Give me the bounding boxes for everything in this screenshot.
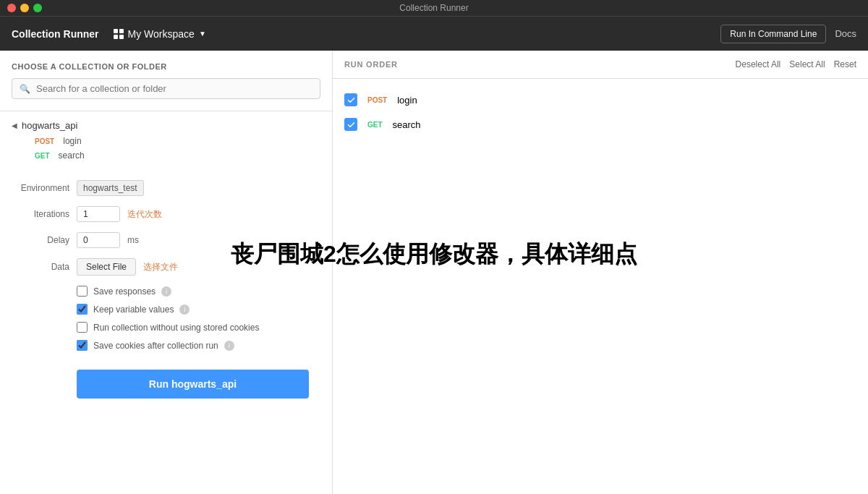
search-box[interactable]: 🔍 bbox=[12, 78, 320, 99]
header: Collection Runner My Workspace ▼ Run In … bbox=[0, 16, 868, 51]
workspace-name: My Workspace bbox=[128, 28, 195, 40]
collection-section-title: Choose a collection or folder bbox=[12, 62, 320, 71]
data-label: Data bbox=[12, 262, 69, 272]
data-row: Data Select File 选择文件 bbox=[12, 258, 320, 276]
folder-arrow-icon: ◀ bbox=[12, 122, 17, 129]
reset-button[interactable]: Reset bbox=[834, 59, 856, 69]
collection-name: hogwarts_api bbox=[22, 120, 77, 131]
run-item-checkbox-post[interactable] bbox=[344, 93, 357, 106]
maximize-button[interactable] bbox=[33, 4, 42, 12]
save-cookies-info-icon[interactable]: i bbox=[224, 341, 234, 351]
run-item-checkbox-get[interactable] bbox=[344, 118, 357, 131]
run-item-name-search: search bbox=[393, 119, 421, 130]
select-file-button[interactable]: Select File bbox=[77, 258, 136, 276]
list-item[interactable]: GET search bbox=[12, 148, 320, 163]
iterations-input[interactable] bbox=[77, 206, 120, 222]
save-cookies-label: Save cookies after collection run bbox=[93, 341, 218, 351]
iterations-hint: 迭代次数 bbox=[127, 208, 162, 221]
environment-value: hogwarts_test bbox=[77, 180, 144, 196]
window-controls[interactable] bbox=[7, 4, 42, 12]
title-bar: Collection Runner bbox=[0, 0, 868, 16]
keep-variable-checkbox[interactable] bbox=[77, 304, 88, 315]
run-order-list: POST login GET search bbox=[333, 79, 868, 145]
save-responses-label: Save responses bbox=[93, 286, 156, 297]
table-row: GET search bbox=[344, 112, 856, 137]
workspace-grid-icon bbox=[114, 29, 124, 39]
run-command-line-button[interactable]: Run In Command Line bbox=[720, 25, 826, 43]
environment-row: Environment hogwarts_test bbox=[12, 180, 320, 196]
iterations-row: Iterations 迭代次数 bbox=[12, 206, 320, 222]
list-item[interactable]: POST login bbox=[12, 134, 320, 148]
run-item-method-get: GET bbox=[365, 120, 386, 129]
iterations-label: Iterations bbox=[12, 209, 69, 219]
method-get-badge: GET bbox=[32, 151, 53, 161]
run-order-actions: Deselect All Select All Reset bbox=[736, 59, 856, 69]
run-without-cookies-checkbox[interactable] bbox=[77, 322, 88, 333]
workspace-selector[interactable]: My Workspace ▼ bbox=[108, 25, 212, 43]
deselect-all-button[interactable]: Deselect All bbox=[736, 59, 781, 69]
delay-unit: ms bbox=[127, 235, 139, 245]
app-title: Collection Runner bbox=[12, 28, 99, 40]
environment-label: Environment bbox=[12, 183, 69, 193]
delay-row: Delay ms bbox=[12, 232, 320, 248]
keep-variable-label: Keep variable values bbox=[93, 305, 174, 315]
item-name: login bbox=[63, 136, 81, 146]
keep-variable-info-icon[interactable]: i bbox=[179, 305, 190, 315]
minimize-button[interactable] bbox=[20, 4, 29, 12]
run-order-header: RUN ORDER Deselect All Select All Reset bbox=[333, 51, 868, 79]
run-order-title: RUN ORDER bbox=[344, 60, 398, 69]
header-left: Collection Runner My Workspace ▼ bbox=[12, 25, 212, 43]
save-responses-checkbox[interactable] bbox=[77, 286, 88, 297]
search-icon: 🔍 bbox=[20, 84, 30, 94]
close-button[interactable] bbox=[7, 4, 16, 12]
keep-variable-row: Keep variable values i bbox=[12, 304, 320, 315]
right-panel: RUN ORDER Deselect All Select All Reset … bbox=[333, 51, 868, 494]
select-all-button[interactable]: Select All bbox=[789, 59, 825, 69]
run-without-cookies-row: Run collection without using stored cook… bbox=[12, 322, 320, 333]
run-without-cookies-label: Run collection without using stored cook… bbox=[93, 323, 259, 333]
save-cookies-row: Save cookies after collection run i bbox=[12, 340, 320, 351]
save-responses-row: Save responses i bbox=[12, 286, 320, 297]
collection-section: Choose a collection or folder 🔍 bbox=[0, 51, 332, 111]
docs-link[interactable]: Docs bbox=[835, 28, 856, 39]
left-panel: Choose a collection or folder 🔍 ◀ hogwar… bbox=[0, 51, 333, 494]
run-item-name-login: login bbox=[397, 95, 417, 106]
delay-label: Delay bbox=[12, 235, 69, 245]
item-name: search bbox=[59, 150, 85, 161]
table-row: POST login bbox=[344, 88, 856, 112]
method-post-badge: POST bbox=[32, 137, 57, 146]
collection-tree: ◀ hogwarts_api POST login GET search bbox=[0, 111, 332, 169]
delay-input[interactable] bbox=[77, 232, 120, 248]
save-cookies-checkbox[interactable] bbox=[77, 340, 88, 351]
header-right: Run In Command Line Docs bbox=[720, 25, 856, 43]
save-responses-info-icon[interactable]: i bbox=[161, 286, 171, 297]
run-collection-button[interactable]: Run hogwarts_api bbox=[77, 370, 309, 399]
search-input[interactable] bbox=[36, 83, 312, 94]
config-section: Environment hogwarts_test Iterations 迭代次… bbox=[0, 169, 332, 494]
select-file-hint: 选择文件 bbox=[143, 261, 178, 273]
main-layout: Choose a collection or folder 🔍 ◀ hogwar… bbox=[0, 51, 868, 494]
window-title: Collection Runner bbox=[399, 3, 468, 13]
collection-folder[interactable]: ◀ hogwarts_api bbox=[12, 117, 320, 134]
workspace-chevron-icon: ▼ bbox=[199, 30, 206, 38]
run-item-method-post: POST bbox=[365, 95, 390, 105]
